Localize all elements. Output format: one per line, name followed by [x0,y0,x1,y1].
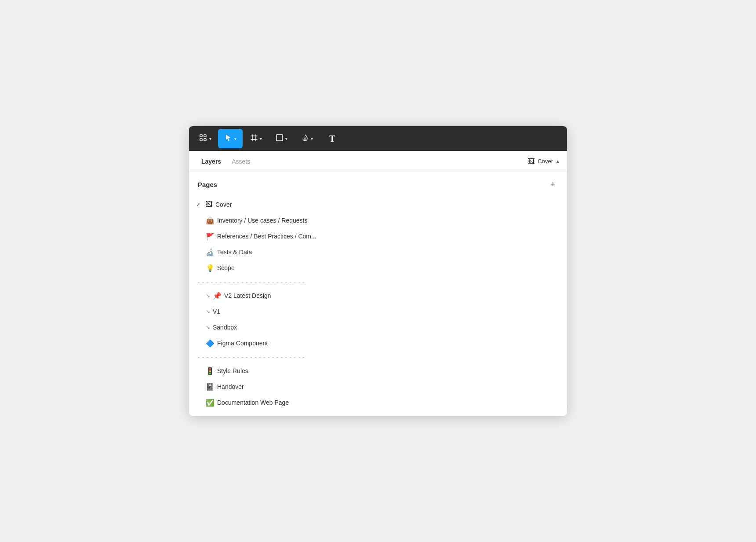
chevron-down-icon: ▾ [285,136,287,141]
svg-rect-4 [276,135,283,141]
page-label-v1: V1 [213,308,558,315]
frame-tool-button[interactable]: ▾ [244,129,268,148]
page-item-sandbox[interactable]: ↘ Sandbox [189,319,567,335]
page-emoji-style-rules: 🚦 [206,367,214,375]
page-item-inventory[interactable]: 👜 Inventory / Use cases / Requests [189,212,567,228]
page-item-v1[interactable]: ↘ V1 [189,304,567,319]
tab-assets[interactable]: Assets [226,151,255,172]
page-emoji-references: 🚩 [206,232,214,241]
page-emoji-inventory: 👜 [206,216,214,225]
page-item-scope[interactable]: 💡 Scope [189,260,567,276]
svg-rect-0 [200,135,202,137]
page-nest-arrow-icon: ↘ [206,308,210,315]
page-item-references[interactable]: 🚩 References / Best Practices / Com... [189,228,567,244]
page-emoji-handover: 📓 [206,383,214,391]
page-label-references: References / Best Practices / Com... [217,233,558,240]
page-emoji-v2: 📌 [213,292,222,300]
page-item-style-rules[interactable]: 🚦 Style Rules [189,363,567,379]
chevron-down-icon: ▾ [311,136,313,141]
tab-layers[interactable]: Layers [196,151,226,172]
frame-icon [250,134,258,144]
pen-tool-button[interactable]: ▾ [294,129,319,148]
current-page-emoji: 🖼 [528,157,535,165]
grid-icon [199,133,207,144]
shape-tool-button[interactable]: ▾ [269,129,294,148]
page-label-cover: Cover [215,201,558,208]
panel-header: Layers Assets 🖼 Cover ▲ [189,151,567,172]
page-emoji-scope: 💡 [206,264,214,272]
panel: Layers Assets 🖼 Cover ▲ Pages + ✓ 🖼 Cove… [189,151,567,416]
page-item-tests[interactable]: 🔬 Tests & Data [189,244,567,260]
page-emoji-figma: 🔷 [206,339,214,348]
page-label-handover: Handover [217,383,558,390]
current-page-indicator[interactable]: 🖼 Cover ▲ [528,157,560,165]
svg-point-5 [304,138,306,139]
text-icon: T [329,134,335,144]
page-item-cover[interactable]: ✓ 🖼 Cover [189,197,567,212]
page-label-inventory: Inventory / Use cases / Requests [217,217,558,224]
page-divider-2: - - - - - - - - - - - - - - - - - - - - … [189,351,567,363]
pages-list: ✓ 🖼 Cover 👜 Inventory / Use cases / Requ… [189,195,567,416]
page-item-figma-component[interactable]: 🔷 Figma Component [189,335,567,351]
page-divider-1: - - - - - - - - - - - - - - - - - - - - … [189,276,567,288]
current-page-name: Cover [538,158,553,165]
page-label-scope: Scope [217,264,558,271]
component-tool-button[interactable]: ▾ [193,129,217,148]
svg-rect-2 [200,139,202,141]
add-page-button[interactable]: + [548,179,558,190]
toolbar: ▾ ▾ ▾ [189,126,567,151]
page-label-sandbox: Sandbox [213,324,558,331]
app-window: ▾ ▾ ▾ [189,126,567,416]
page-nest-arrow-icon: ↘ [206,293,210,299]
chevron-down-icon: ▾ [234,136,236,141]
shape-icon [276,134,284,144]
page-emoji-cover: 🖼 [206,201,213,209]
page-checkmark-icon: ✓ [196,201,203,208]
current-page-chevron-icon: ▲ [556,159,560,164]
pages-section: Pages + ✓ 🖼 Cover 👜 Inventory / Use case… [189,172,567,416]
page-item-v2[interactable]: ↘ 📌 V2 Latest Design [189,288,567,304]
select-tool-button[interactable]: ▾ [218,129,243,148]
svg-rect-1 [204,135,206,137]
svg-rect-3 [204,139,206,141]
page-item-handover[interactable]: 📓 Handover [189,379,567,395]
pages-header: Pages + [189,172,567,195]
page-emoji-documentation: ✅ [206,399,214,407]
page-label-documentation: Documentation Web Page [217,399,558,406]
page-emoji-tests: 🔬 [206,248,214,256]
page-label-figma: Figma Component [217,340,558,347]
text-tool-button[interactable]: T [320,129,345,148]
page-label-style-rules: Style Rules [217,367,558,374]
page-item-documentation[interactable]: ✅ Documentation Web Page [189,395,567,410]
pages-title: Pages [198,181,217,188]
chevron-down-icon: ▾ [260,136,262,141]
page-label-v2: V2 Latest Design [224,292,558,299]
chevron-down-icon: ▾ [209,136,211,141]
page-label-tests: Tests & Data [217,249,558,256]
page-nest-arrow-icon: ↘ [206,324,210,330]
pen-icon [301,134,309,144]
cursor-icon [225,134,233,144]
